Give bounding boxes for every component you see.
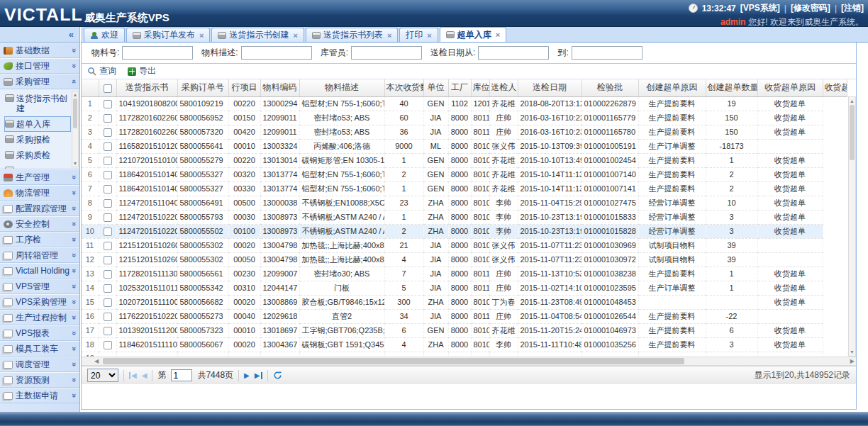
query-button[interactable]: 查询 xyxy=(87,65,116,77)
sidebar-item[interactable]: 采购管理« xyxy=(0,74,79,89)
close-icon[interactable]: × xyxy=(293,31,297,40)
horizontal-scroll-thumb[interactable] xyxy=(103,358,684,364)
row-checkbox[interactable] xyxy=(104,327,112,335)
close-icon[interactable]: × xyxy=(199,31,204,40)
sidebar-item[interactable]: VPS报表» xyxy=(0,325,79,341)
table-row[interactable]: 21172820160226058000569520015012099011密封… xyxy=(82,111,847,125)
prev-page-button[interactable]: ◀ xyxy=(142,372,148,379)
table-row[interactable]: 151020720151110058000566820002013008869胶… xyxy=(82,295,847,309)
row-checkbox[interactable] xyxy=(104,199,112,208)
vertical-scrollbar[interactable]: ▲ ▼ xyxy=(848,96,856,357)
next-page-button[interactable]: ▶ xyxy=(244,372,250,379)
table-row[interactable]: 141025320151101158000553420031012044147门… xyxy=(82,281,847,295)
close-icon[interactable]: × xyxy=(496,30,500,39)
sidebar-item[interactable]: 资源预测» xyxy=(0,372,79,388)
row-checkbox[interactable] xyxy=(104,213,112,222)
tab-item[interactable]: 欢迎 xyxy=(84,28,125,42)
column-header[interactable]: 送检日期 xyxy=(518,79,582,96)
column-header[interactable]: 库位 xyxy=(471,79,489,96)
sidebar-item[interactable]: VPS管理» xyxy=(0,279,79,294)
vertical-scroll-thumb[interactable] xyxy=(850,105,855,160)
table-row[interactable]: 71186420151014058000553270033013013774铝型… xyxy=(82,181,847,196)
tab-active[interactable]: 超单入库× xyxy=(440,27,506,42)
row-checkbox[interactable] xyxy=(104,270,112,279)
sidebar-subitem[interactable]: 超单入库 xyxy=(4,116,71,132)
sidebar-subitem[interactable] xyxy=(4,163,71,169)
row-checkbox[interactable] xyxy=(104,298,112,307)
table-row[interactable]: 51210720151010058000552790022013013014碳钢… xyxy=(82,153,847,167)
link-logout[interactable]: [注销] xyxy=(841,2,864,14)
last-page-button[interactable]: ▶ xyxy=(255,372,262,379)
column-header[interactable]: 采购订单号 xyxy=(177,79,228,96)
column-header[interactable]: 收货超单原因 xyxy=(757,79,823,96)
column-header[interactable]: 单位 xyxy=(423,79,448,96)
row-checkbox[interactable] xyxy=(104,341,112,349)
refresh-icon[interactable] xyxy=(273,371,282,380)
table-row[interactable]: 101124720151022058000555020010013008973不… xyxy=(82,224,847,238)
sidebar-item[interactable]: 生产管理» xyxy=(0,169,79,185)
row-checkbox[interactable] xyxy=(104,256,112,264)
row-checkbox[interactable] xyxy=(104,185,112,194)
tab-item[interactable]: 采购订单发布× xyxy=(126,28,210,42)
sidebar-item[interactable]: 主数据申请» xyxy=(0,388,79,403)
column-header[interactable]: 检验批 xyxy=(582,79,638,96)
tab-item[interactable]: 打印× xyxy=(399,28,438,42)
row-checkbox[interactable] xyxy=(104,128,112,137)
sidebar-subitem[interactable]: 送货指示书创建 xyxy=(4,91,71,116)
sidebar-item[interactable]: 安全控制» xyxy=(0,216,79,232)
row-checkbox[interactable] xyxy=(104,313,112,321)
sidebar-item[interactable]: 物流管理» xyxy=(0,185,79,201)
sidebar-item[interactable]: 工序检» xyxy=(0,232,79,247)
material-desc-input[interactable] xyxy=(241,46,312,60)
row-checkbox[interactable] xyxy=(104,100,112,108)
scroll-up-icon[interactable]: ▲ xyxy=(849,99,855,103)
table-row[interactable]: 121215120151026058000553020005013004798加… xyxy=(82,252,847,267)
sidebar-item[interactable]: 生产过程控制» xyxy=(0,310,79,325)
table-row[interactable]: 171013920151120058000573230001013018697工… xyxy=(82,323,847,337)
table-row[interactable]: 61186420151014058000553270032013013774铝型… xyxy=(82,167,847,181)
page-number-input[interactable] xyxy=(171,369,192,381)
select-all-checkbox[interactable] xyxy=(104,84,112,93)
sidebar-item[interactable]: 接口管理» xyxy=(0,58,79,74)
row-checkbox[interactable] xyxy=(104,114,112,123)
column-header[interactable]: 物料描述 xyxy=(299,79,384,96)
table-row[interactable]: 111215120151026058000553020002013004798加… xyxy=(82,238,847,252)
inspect-date-from-input[interactable] xyxy=(478,46,549,60)
first-page-button[interactable]: ◀ xyxy=(129,372,137,379)
sidebar-item[interactable]: 调度管理» xyxy=(0,357,79,372)
table-row[interactable]: 11041920180820058001092190022013000294铝型… xyxy=(82,96,847,111)
table-row[interactable]: 131172820151113058000565610023012099007密… xyxy=(82,267,847,281)
close-icon[interactable]: × xyxy=(427,31,431,40)
warehouse-keeper-input[interactable] xyxy=(351,46,422,60)
horizontal-scrollbar[interactable]: ◀ ▶ xyxy=(82,357,856,366)
sidebar-item[interactable]: 基础数据» xyxy=(0,43,79,58)
link-vps-system[interactable]: [VPS系统] xyxy=(740,2,780,14)
sidebar-subitem[interactable]: 采购报检 xyxy=(4,132,71,147)
row-checkbox[interactable] xyxy=(104,171,112,179)
row-checkbox[interactable] xyxy=(104,284,112,293)
material-no-input[interactable] xyxy=(122,46,193,60)
link-change-password[interactable]: [修改密码] xyxy=(791,2,830,14)
table-row[interactable]: 31172820160226058000573200042012099011密封… xyxy=(82,125,847,139)
page-size-select[interactable]: 20 xyxy=(87,369,118,382)
inspect-date-to-input[interactable] xyxy=(572,46,642,60)
scroll-up-icon[interactable]: ▲ xyxy=(72,92,78,97)
table-row[interactable]: 161176220151022058000552730004012029618直… xyxy=(82,309,847,323)
row-checkbox[interactable] xyxy=(104,228,112,236)
scroll-right-icon[interactable]: ▶ xyxy=(850,358,855,364)
collapse-sidebar-button[interactable]: « xyxy=(69,30,74,39)
export-button[interactable]: 导出 xyxy=(128,65,156,77)
sidebar-subitem[interactable]: 采购质检 xyxy=(4,147,71,163)
submenu-scroll-thumb[interactable] xyxy=(73,99,77,128)
scroll-down-icon[interactable]: ▼ xyxy=(72,161,78,166)
table-row[interactable]: 81124720151104058000564910050013000038不锈… xyxy=(82,196,847,210)
column-header[interactable]: 行项目 xyxy=(228,79,260,96)
row-checkbox[interactable] xyxy=(104,157,112,165)
submenu-scrollbar[interactable]: ▲▼ xyxy=(72,91,79,167)
table-row[interactable]: 181184620151111058000560670002013004367碳… xyxy=(82,337,847,352)
row-checkbox[interactable] xyxy=(104,142,112,151)
table-row[interactable]: 91124720151022058000557930003013008973不锈… xyxy=(82,210,847,224)
scroll-left-icon[interactable]: ◀ xyxy=(94,358,99,364)
sidebar-item[interactable]: Victall Holding» xyxy=(0,263,79,279)
sidebar-item[interactable]: 配置跟踪管理» xyxy=(0,201,79,216)
